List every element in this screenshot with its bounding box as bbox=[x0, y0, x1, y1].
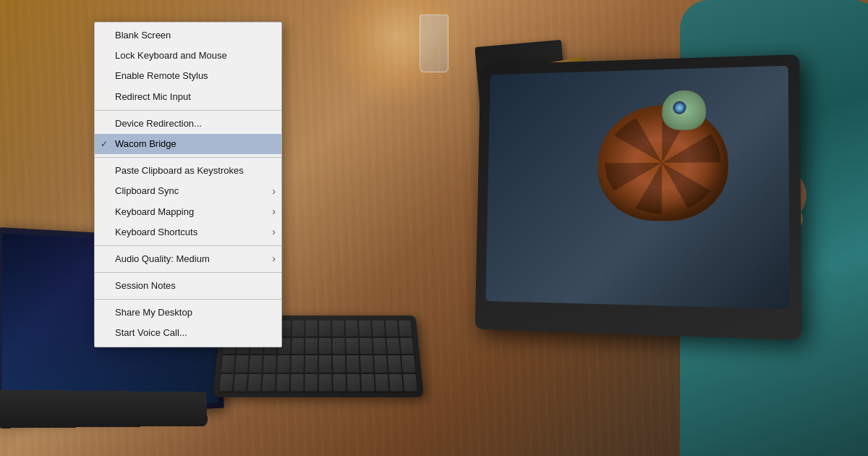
menu-item-label: Paste Clipboard as Keystrokes bbox=[115, 164, 244, 177]
key bbox=[361, 373, 375, 391]
key bbox=[276, 373, 289, 391]
menu-item-device-redirection[interactable]: Device Redirection... bbox=[95, 114, 281, 134]
checkmark-icon: ✓ bbox=[101, 138, 108, 151]
menu-item-wacom-bridge[interactable]: ✓Wacom Bridge bbox=[95, 134, 281, 154]
key bbox=[305, 373, 318, 391]
key bbox=[219, 373, 234, 391]
key bbox=[333, 355, 346, 372]
key bbox=[319, 337, 331, 354]
menu-item-label: Start Voice Call... bbox=[115, 326, 187, 339]
key bbox=[374, 355, 388, 372]
key bbox=[234, 373, 247, 391]
turtle-eye bbox=[673, 101, 686, 114]
key bbox=[359, 321, 372, 337]
key bbox=[347, 373, 360, 391]
menu-item-label: Wacom Bridge bbox=[115, 138, 176, 151]
menu-item-keyboard-shortcuts[interactable]: Keyboard Shortcuts bbox=[95, 222, 281, 242]
key bbox=[248, 373, 262, 391]
key bbox=[346, 321, 358, 337]
key bbox=[305, 355, 318, 372]
key bbox=[277, 355, 290, 372]
menu-item-clipboard-sync[interactable]: Clipboard Sync bbox=[95, 181, 281, 201]
key bbox=[389, 373, 403, 391]
key bbox=[263, 355, 276, 372]
turtle-shell bbox=[597, 104, 728, 221]
key bbox=[400, 337, 414, 354]
menu-item-label: Keyboard Mapping bbox=[115, 206, 194, 219]
key bbox=[332, 321, 344, 337]
menu-item-start-voice[interactable]: Start Voice Call... bbox=[95, 323, 281, 343]
menu-item-session-notes[interactable]: Session Notes bbox=[95, 276, 281, 296]
key bbox=[292, 321, 305, 337]
key bbox=[375, 373, 388, 391]
key bbox=[372, 321, 385, 337]
menu-item-label: Lock Keyboard and Mouse bbox=[115, 49, 227, 62]
drinking-glass bbox=[420, 14, 448, 72]
menu-item-label: Clipboard Sync bbox=[115, 185, 179, 198]
menu-item-keyboard-mapping[interactable]: Keyboard Mapping bbox=[95, 202, 281, 222]
key bbox=[221, 355, 235, 372]
menu-item-label: Redirect Mic Input bbox=[115, 90, 191, 104]
key bbox=[305, 337, 318, 354]
key bbox=[346, 355, 359, 372]
key bbox=[262, 373, 276, 391]
menu-item-label: Audio Quality: Medium bbox=[115, 253, 210, 266]
key bbox=[403, 373, 417, 391]
tablet-screen bbox=[485, 66, 789, 309]
drawing-tablet bbox=[475, 54, 802, 340]
key bbox=[291, 355, 304, 372]
key bbox=[249, 355, 263, 372]
key bbox=[333, 373, 346, 391]
key bbox=[386, 337, 400, 354]
menu-item-label: Device Redirection... bbox=[115, 117, 202, 130]
key bbox=[319, 355, 331, 372]
key bbox=[291, 373, 304, 391]
key bbox=[319, 321, 331, 337]
menu-item-enable-stylus[interactable]: Enable Remote Stylus bbox=[95, 66, 281, 86]
key bbox=[388, 355, 401, 372]
menu-item-label: Enable Remote Stylus bbox=[115, 69, 208, 83]
turtle-head bbox=[662, 90, 706, 130]
menu-separator bbox=[95, 272, 281, 273]
menu-item-audio-quality[interactable]: Audio Quality: Medium bbox=[95, 249, 281, 269]
key bbox=[235, 355, 249, 372]
key bbox=[305, 321, 318, 337]
context-menu: Blank ScreenLock Keyboard and MouseEnabl… bbox=[94, 22, 282, 347]
key bbox=[333, 337, 345, 354]
key bbox=[319, 373, 332, 391]
lamp-glow bbox=[326, 0, 470, 109]
menu-item-paste-clipboard[interactable]: Paste Clipboard as Keystrokes bbox=[95, 161, 281, 181]
menu-item-label: Blank Screen bbox=[115, 29, 171, 42]
menu-item-label: Session Notes bbox=[115, 279, 176, 292]
menu-item-label: Share My Desktop bbox=[115, 306, 192, 319]
key bbox=[386, 321, 399, 337]
menu-separator bbox=[95, 110, 281, 111]
menu-item-blank-screen[interactable]: Blank Screen bbox=[95, 25, 281, 46]
key bbox=[292, 337, 304, 354]
key bbox=[399, 321, 412, 337]
shell-pattern bbox=[604, 111, 720, 214]
menu-separator bbox=[95, 299, 281, 300]
menu-item-label: Keyboard Shortcuts bbox=[115, 226, 197, 239]
menu-item-share-desktop[interactable]: Share My Desktop bbox=[95, 303, 281, 323]
menu-item-lock-keyboard[interactable]: Lock Keyboard and Mouse bbox=[95, 46, 281, 66]
key bbox=[346, 337, 359, 354]
key bbox=[401, 355, 415, 372]
key bbox=[359, 337, 373, 354]
laptop-keyboard-base bbox=[0, 389, 208, 428]
key bbox=[360, 355, 373, 372]
key bbox=[373, 337, 386, 354]
menu-separator bbox=[95, 157, 281, 158]
menu-separator bbox=[95, 245, 281, 246]
menu-item-redirect-mic[interactable]: Redirect Mic Input bbox=[95, 87, 281, 107]
turtle-character bbox=[569, 81, 775, 290]
